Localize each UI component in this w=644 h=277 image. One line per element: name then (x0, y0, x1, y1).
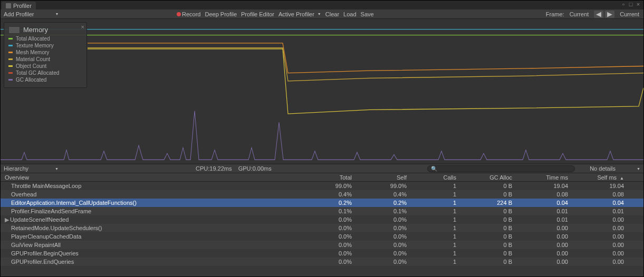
row-selfms: 0.08 (568, 191, 627, 197)
gpu-value: 0.00ms (253, 165, 272, 172)
row-time: 0.00 (512, 259, 568, 265)
row-self: 0.0% (352, 225, 407, 231)
legend-item[interactable]: Material Count (8, 56, 82, 63)
legend-item[interactable]: Total GC Allocated (8, 70, 82, 76)
memory-chip-icon (8, 26, 20, 34)
record-label: Record (182, 11, 200, 17)
row-self: 99.0% (352, 183, 407, 189)
legend-title-text: Memory (23, 26, 48, 34)
hierarchy-label: Hierarchy (4, 165, 28, 172)
column-self-ms[interactable]: Self ms▲ (568, 174, 627, 181)
row-time: 19.04 (512, 183, 568, 189)
legend-item-label: GC Allocated (16, 76, 46, 83)
frame-label: Frame: (546, 11, 564, 17)
record-button[interactable]: Record (177, 11, 200, 17)
legend-swatch (8, 72, 13, 74)
column-overview[interactable]: Overview (1, 174, 302, 181)
row-gc: 0 B (456, 233, 512, 240)
legend-swatch (8, 38, 13, 39)
gpu-label: GPU: (238, 165, 253, 172)
row-name: GPUProfiler.BeginQueries (11, 250, 79, 256)
search-input[interactable]: 🔍 (427, 165, 575, 172)
row-self: 0.0% (352, 233, 407, 240)
frame-stats: CPU:19.22ms GPU:0.00ms (196, 165, 272, 172)
row-name: GuiView RepaintAll (11, 242, 61, 248)
window-dock-icon[interactable]: ▫ (620, 1, 627, 7)
row-gc: 0 B (456, 216, 512, 223)
legend-item[interactable]: Texture Memory (8, 42, 82, 49)
column-gc-alloc[interactable]: GC Alloc (456, 174, 512, 181)
row-total: 0.0% (302, 259, 352, 265)
row-name: Throttle MainMessageLoop (11, 183, 81, 189)
current-button[interactable]: Current (620, 11, 639, 17)
row-self: 0.0% (352, 216, 407, 223)
next-frame-button[interactable]: ▶ (605, 11, 614, 18)
active-profiler-label: Active Profiler (278, 11, 314, 17)
chevron-down-icon: ▼ (55, 167, 59, 171)
row-name: PlayerCleanupCachedData (11, 233, 81, 240)
row-self: 0.0% (352, 242, 407, 248)
table-row[interactable]: GPUProfiler.BeginQueries0.0%0.0%10 B0.00… (1, 249, 643, 258)
chevron-down-icon: ▼ (318, 12, 321, 16)
row-name: UpdateSceneIfNeeded (10, 216, 69, 223)
hierarchy-dropdown[interactable]: Hierarchy ▼ (1, 165, 62, 172)
record-icon (177, 12, 181, 16)
window-maximize-icon[interactable]: □ (628, 1, 634, 7)
prev-frame-button[interactable]: ◀ (594, 11, 603, 18)
row-time: 0.01 (512, 208, 568, 214)
clear-button[interactable]: Clear (325, 11, 339, 17)
row-calls: 1 (407, 250, 456, 256)
details-label: No details (590, 165, 616, 172)
row-selfms: 0.00 (568, 233, 627, 240)
row-time: 0.00 (512, 233, 568, 240)
row-self: 0.4% (352, 191, 407, 197)
table-row[interactable]: Overhead0.4%0.4%10 B0.080.08 (1, 190, 643, 199)
row-selfms: 0.01 (568, 208, 627, 214)
row-selfms: 0.00 (568, 216, 627, 223)
tab-profiler[interactable]: Profiler (2, 2, 36, 9)
table-row[interactable]: Throttle MainMessageLoop99.0%99.0%10 B19… (1, 182, 643, 190)
profile-editor-button[interactable]: Profile Editor (241, 11, 274, 17)
column-total[interactable]: Total (302, 174, 352, 181)
row-name: Profiler.FinalizeAndSendFrame (11, 208, 91, 214)
row-gc: 224 B (456, 200, 512, 206)
table-body: Throttle MainMessageLoop99.0%99.0%10 B19… (1, 182, 643, 266)
legend-box: × Memory Total AllocatedTexture MemoryMe… (4, 22, 87, 88)
save-button[interactable]: Save (361, 11, 374, 17)
row-calls: 1 (407, 259, 456, 265)
row-total: 0.0% (302, 233, 352, 240)
table-row[interactable]: EditorApplication.Internal_CallUpdateFun… (1, 199, 643, 207)
load-button[interactable]: Load (343, 11, 356, 17)
table-row[interactable]: GPUProfiler.EndQueries0.0%0.0%10 B0.000.… (1, 258, 643, 266)
column-time-ms[interactable]: Time ms (512, 174, 568, 181)
deep-profile-button[interactable]: Deep Profile (205, 11, 237, 17)
column-calls[interactable]: Calls (407, 174, 456, 181)
legend-item[interactable]: Mesh Memory (8, 49, 82, 56)
table-row[interactable]: GuiView RepaintAll0.0%0.0%10 B0.000.00 (1, 241, 643, 249)
active-profiler-dropdown[interactable]: Active Profiler ▼ (278, 11, 321, 17)
chart-area[interactable]: × Memory Total AllocatedTexture MemoryMe… (1, 19, 643, 164)
legend-item[interactable]: Object Count (8, 63, 82, 70)
cpu-value: 19.22ms (209, 165, 232, 172)
legend-item[interactable]: Total Allocated (8, 35, 82, 42)
legend-close-icon[interactable]: × (81, 24, 84, 30)
window-close-icon[interactable]: × (635, 1, 641, 7)
row-calls: 1 (407, 225, 456, 231)
row-calls: 1 (407, 242, 456, 248)
table-row[interactable]: ▶UpdateSceneIfNeeded0.0%0.0%10 B0.010.00 (1, 215, 643, 224)
add-profiler-dropdown[interactable]: Add Profiler ▼ (4, 11, 59, 17)
table-row[interactable]: PlayerCleanupCachedData0.0%0.0%10 B0.000… (1, 232, 643, 241)
column-self[interactable]: Self (352, 174, 407, 181)
row-selfms: 0.00 (568, 242, 627, 248)
expand-icon[interactable]: ▶ (5, 216, 10, 223)
row-gc: 0 B (456, 250, 512, 256)
details-dropdown[interactable]: No details ▼ (590, 165, 640, 172)
table-row[interactable]: RetainedMode.UpdateSchedulers()0.0%0.0%1… (1, 224, 643, 232)
chevron-down-icon: ▼ (637, 167, 640, 171)
legend-title: Memory (8, 26, 82, 34)
row-name: RetainedMode.UpdateSchedulers() (11, 225, 102, 231)
table-row[interactable]: Profiler.FinalizeAndSendFrame0.1%0.1%10 … (1, 207, 643, 215)
legend-item-label: Texture Memory (16, 42, 54, 49)
legend-item[interactable]: GC Allocated (8, 76, 82, 83)
row-total: 0.4% (302, 191, 352, 197)
